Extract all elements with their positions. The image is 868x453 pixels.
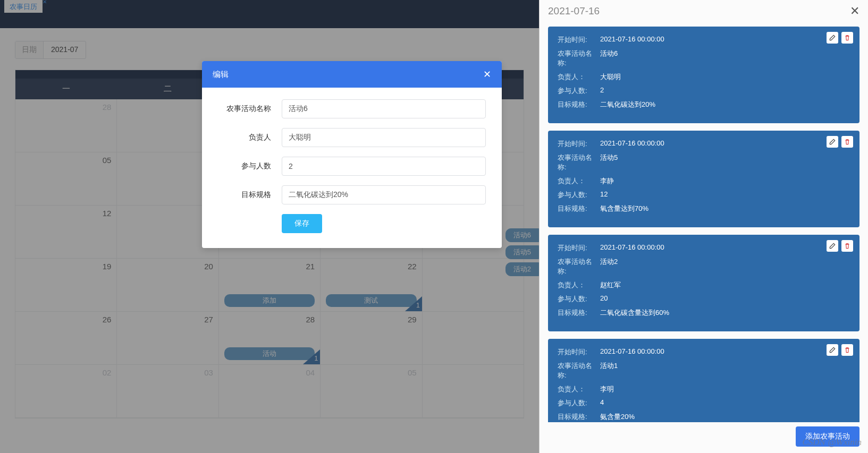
- card-label-start: 开始时间:: [558, 243, 600, 253]
- edit-modal: 编辑 ✕ 农事活动名称 负责人 参与人数 目标规格 保存: [202, 61, 502, 248]
- field-label-name: 农事活动名称: [218, 104, 271, 114]
- card-label-target: 目标规格:: [558, 100, 600, 109]
- card-value-people: 4: [600, 398, 604, 408]
- card-value-target: 氨含量20%: [600, 412, 635, 422]
- side-panel-date: 2021-07-16: [548, 5, 600, 17]
- edit-icon[interactable]: [827, 32, 838, 44]
- card-value-people: 12: [600, 190, 608, 200]
- card-label-owner: 负责人：: [558, 176, 600, 186]
- card-value-people: 2: [600, 86, 604, 96]
- card-value-target: 二氧化碳含量达到60%: [600, 308, 669, 318]
- card-value-name: 活动2: [600, 257, 618, 276]
- activity-side-panel: 2021-07-16 ✕ 开始时间:2021-07-16 00:00:00农事活…: [539, 0, 868, 453]
- close-icon[interactable]: ✕: [483, 69, 491, 80]
- card-value-owner: 李明: [600, 384, 614, 394]
- card-value-name: 活动1: [600, 361, 618, 380]
- modal-title: 编辑: [213, 70, 229, 80]
- card-value-owner: 大聪明: [600, 72, 621, 82]
- activity-card: 开始时间:2021-07-16 00:00:00农事活动名称:活动5负责人：李静…: [548, 131, 859, 227]
- delete-icon[interactable]: [841, 344, 853, 356]
- activity-name-input[interactable]: [282, 99, 486, 118]
- card-label-target: 目标规格:: [558, 308, 600, 318]
- card-label-people: 参与人数:: [558, 294, 600, 304]
- card-label-target: 目标规格:: [558, 412, 600, 422]
- add-activity-button[interactable]: 添加农事活动: [796, 426, 859, 447]
- activity-card-list: 开始时间:2021-07-16 00:00:00农事活动名称:活动6负责人：大聪…: [548, 27, 859, 422]
- save-button[interactable]: 保存: [282, 214, 322, 233]
- card-label-owner: 负责人：: [558, 72, 600, 82]
- card-label-people: 参与人数:: [558, 190, 600, 200]
- card-label-people: 参与人数:: [558, 86, 600, 96]
- card-label-name: 农事活动名称:: [558, 153, 600, 172]
- card-label-name: 农事活动名称:: [558, 49, 600, 68]
- card-label-start: 开始时间:: [558, 35, 600, 45]
- field-label-target: 目标规格: [218, 190, 271, 200]
- card-value-start: 2021-07-16 00:00:00: [600, 347, 664, 357]
- people-count-input[interactable]: [282, 157, 486, 176]
- card-value-name: 活动5: [600, 153, 618, 172]
- delete-icon[interactable]: [841, 240, 853, 252]
- card-value-owner: 赵红军: [600, 280, 621, 290]
- card-label-owner: 负责人：: [558, 384, 600, 394]
- card-value-name: 活动6: [600, 49, 618, 68]
- close-icon[interactable]: ✕: [850, 4, 859, 18]
- field-label-owner: 负责人: [218, 133, 271, 142]
- card-value-start: 2021-07-16 00:00:00: [600, 139, 664, 149]
- edit-icon[interactable]: [827, 344, 838, 356]
- card-value-start: 2021-07-16 00:00:00: [600, 35, 664, 45]
- card-value-people: 20: [600, 294, 608, 304]
- delete-icon[interactable]: [841, 136, 853, 148]
- activity-card: 开始时间:2021-07-16 00:00:00农事活动名称:活动6负责人：大聪…: [548, 27, 859, 123]
- card-value-target: 氧含量达到70%: [600, 204, 648, 213]
- card-value-owner: 李静: [600, 176, 614, 186]
- card-label-name: 农事活动名称:: [558, 361, 600, 380]
- card-value-start: 2021-07-16 00:00:00: [600, 243, 664, 253]
- card-label-name: 农事活动名称:: [558, 257, 600, 276]
- activity-card: 开始时间:2021-07-16 00:00:00农事活动名称:活动1负责人：李明…: [548, 339, 859, 422]
- edit-icon[interactable]: [827, 136, 838, 148]
- card-label-people: 参与人数:: [558, 398, 600, 408]
- card-label-start: 开始时间:: [558, 139, 600, 149]
- edit-icon[interactable]: [827, 240, 838, 252]
- card-label-owner: 负责人：: [558, 280, 600, 290]
- activity-card: 开始时间:2021-07-16 00:00:00农事活动名称:活动2负责人：赵红…: [548, 235, 859, 331]
- field-label-people: 参与人数: [218, 161, 271, 171]
- card-label-target: 目标规格:: [558, 204, 600, 213]
- card-value-target: 二氧化碳达到20%: [600, 100, 655, 109]
- owner-input[interactable]: [282, 128, 486, 147]
- card-label-start: 开始时间:: [558, 347, 600, 357]
- delete-icon[interactable]: [841, 32, 853, 44]
- target-spec-input[interactable]: [282, 185, 486, 204]
